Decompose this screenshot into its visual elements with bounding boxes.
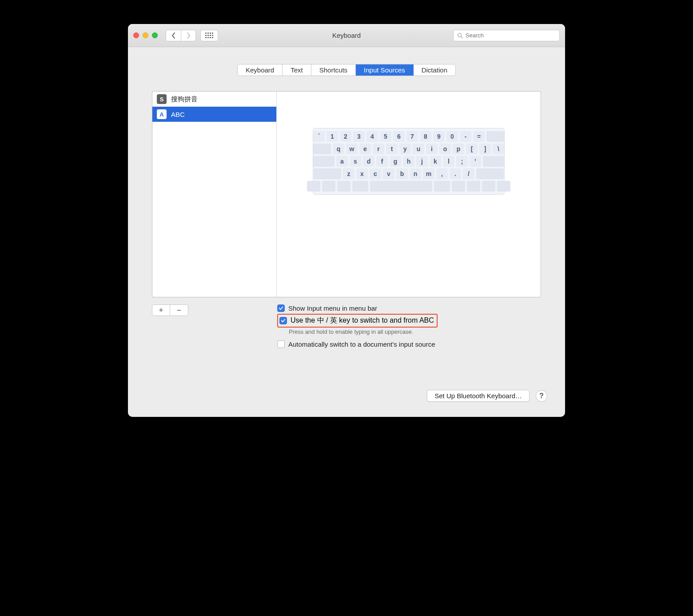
checkbox-use-switch-key[interactable] — [279, 317, 287, 324]
key-row: `1234567890-= — [316, 131, 502, 142]
add-input-source-button[interactable]: + — [152, 305, 170, 316]
key: 2 — [340, 131, 351, 142]
nav-group — [166, 30, 196, 41]
key: p — [453, 144, 464, 154]
key-row: asdfghjkl;' — [316, 156, 502, 167]
key — [482, 181, 495, 192]
key: b — [396, 168, 408, 179]
key: , — [436, 168, 448, 179]
minimize-window-button[interactable] — [143, 32, 148, 38]
remove-input-source-button[interactable]: − — [170, 305, 188, 316]
key — [497, 181, 510, 192]
key: i — [426, 144, 438, 154]
close-window-button[interactable] — [133, 32, 139, 38]
input-source-sogou[interactable]: S 搜狗拼音 — [152, 92, 276, 107]
input-source-list[interactable]: S 搜狗拼音 A ABC — [152, 92, 277, 297]
tab-input-sources[interactable]: Input Sources — [356, 64, 414, 76]
key: u — [413, 144, 424, 154]
bottom-bar: Set Up Bluetooth Keyboard… ? — [146, 390, 547, 402]
key — [467, 181, 480, 192]
titlebar: Keyboard — [128, 24, 565, 47]
key: z — [343, 168, 354, 179]
key — [307, 181, 320, 192]
option-show-input-menu[interactable]: Show Input menu in menu bar — [277, 304, 438, 312]
key: m — [423, 168, 434, 179]
zoom-window-button[interactable] — [152, 32, 158, 38]
split-pane: S 搜狗拼音 A ABC `1234567890-= qwertyuiop[]\… — [152, 91, 541, 297]
keyboard-preview: `1234567890-= qwertyuiop[]\ asdfghjkl;' … — [313, 128, 505, 195]
key: = — [473, 131, 485, 142]
key: e — [359, 144, 371, 154]
key: a — [336, 156, 348, 167]
show-all-button[interactable] — [200, 30, 218, 41]
checkbox-auto-switch[interactable] — [277, 340, 285, 348]
back-button[interactable] — [166, 30, 181, 41]
search-icon — [457, 32, 463, 39]
key — [322, 181, 335, 192]
key — [314, 168, 341, 179]
checkmark-icon — [281, 318, 286, 323]
keyboard-preview-pane: `1234567890-= qwertyuiop[]\ asdfghjkl;' … — [277, 92, 541, 297]
search-input[interactable] — [466, 32, 556, 39]
content: Keyboard Text Shortcuts Input Sources Di… — [128, 64, 565, 417]
key — [452, 181, 465, 192]
option-label: Show Input menu in menu bar — [288, 304, 377, 312]
key-row: qwertyuiop[]\ — [316, 144, 502, 154]
key: 7 — [406, 131, 418, 142]
key: 8 — [420, 131, 431, 142]
checkbox-show-input-menu[interactable] — [277, 304, 285, 312]
sogou-icon: S — [157, 94, 167, 104]
key — [337, 181, 350, 192]
input-source-label: ABC — [171, 111, 185, 118]
key: / — [463, 168, 474, 179]
key: ` — [313, 131, 325, 142]
forward-button[interactable] — [181, 30, 196, 41]
svg-line-1 — [461, 36, 462, 38]
option-auto-switch[interactable]: Automatically switch to a document's inp… — [277, 340, 438, 348]
search-field[interactable] — [453, 30, 560, 41]
chevron-right-icon — [186, 32, 191, 39]
option-label: Automatically switch to a document's inp… — [288, 340, 435, 348]
option-hint: Press and hold to enable typing in all u… — [289, 328, 438, 335]
tabbar: Keyboard Text Shortcuts Input Sources Di… — [128, 64, 565, 76]
key: l — [443, 156, 454, 167]
key: f — [376, 156, 388, 167]
help-button[interactable]: ? — [536, 390, 547, 402]
key — [434, 181, 450, 192]
key: [ — [466, 144, 478, 154]
setup-bluetooth-button[interactable]: Set Up Bluetooth Keyboard… — [427, 390, 530, 402]
key: q — [333, 144, 344, 154]
key-row — [316, 181, 502, 192]
key: s — [350, 156, 361, 167]
key — [313, 144, 331, 154]
key: c — [370, 168, 381, 179]
options: Show Input menu in menu bar Use the 中 / … — [277, 304, 438, 350]
input-source-abc[interactable]: A ABC — [152, 107, 276, 122]
input-source-label: 搜狗拼音 — [171, 95, 198, 104]
key — [483, 156, 504, 167]
key: ] — [479, 144, 491, 154]
search-wrap — [453, 30, 560, 41]
tab-text[interactable]: Text — [283, 64, 311, 76]
key: x — [356, 168, 368, 179]
key: g — [390, 156, 401, 167]
key: h — [403, 156, 414, 167]
key — [352, 181, 368, 192]
tab-dictation[interactable]: Dictation — [414, 64, 455, 76]
chevron-left-icon — [171, 32, 176, 39]
segmented-tabs: Keyboard Text Shortcuts Input Sources Di… — [237, 64, 456, 76]
key — [486, 131, 504, 142]
key: t — [386, 144, 398, 154]
window-controls — [133, 32, 158, 38]
footer-row: + − Show Input menu in menu bar Use the … — [152, 304, 541, 350]
key: . — [450, 168, 461, 179]
tab-keyboard[interactable]: Keyboard — [238, 64, 283, 76]
checkmark-icon — [279, 306, 283, 311]
tab-shortcuts[interactable]: Shortcuts — [311, 64, 356, 76]
key: \ — [493, 144, 504, 154]
key: o — [439, 144, 451, 154]
key — [476, 168, 504, 179]
key: y — [399, 144, 411, 154]
highlighted-option: Use the 中 / 英 key to switch to and from … — [277, 314, 438, 328]
option-label: Use the 中 / 英 key to switch to and from … — [291, 316, 434, 325]
